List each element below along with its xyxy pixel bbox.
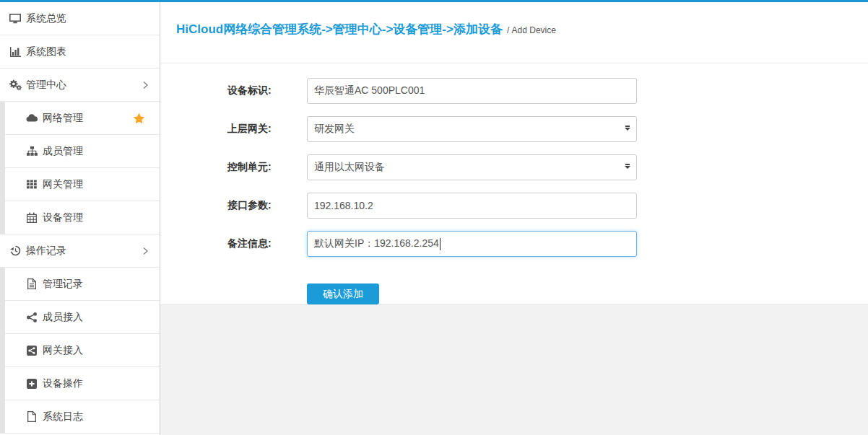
sidebar-item-label: 管理中心 <box>26 79 66 92</box>
sitemap-icon <box>25 146 39 156</box>
sidebar-item-system-logs[interactable]: 系统日志 <box>0 400 160 434</box>
upper-gateway-selected-value: 研发网关 <box>314 123 355 136</box>
form-row-control-unit: 控制单元: 通用以太网设备 <box>227 154 868 180</box>
sidebar: 系统总览 系统图表 <box>0 2 160 435</box>
chevron-right-icon <box>143 81 148 89</box>
sidebar-item-label: 网关管理 <box>43 178 83 191</box>
content-header: HiCloud网络综合管理系统->管理中心->设备管理->添加设备/ Add D… <box>160 2 868 63</box>
upper-gateway-select[interactable]: 研发网关 <box>307 116 637 142</box>
sidebar-item-member-management[interactable]: 成员管理 <box>0 135 160 168</box>
sidebar-item-label: 网关接入 <box>43 344 83 357</box>
sidebar-item-label: 网络管理 <box>43 112 83 125</box>
add-device-form: 设备标识: 上层网关: 研发网关 控制单元: 通用以太网 <box>160 63 868 304</box>
share-icon <box>25 312 39 322</box>
sidebar-item-operation-records[interactable]: 操作记录 <box>0 234 160 268</box>
form-row-interface-params: 接口参数: <box>227 193 868 219</box>
sidebar-item-label: 系统总览 <box>26 12 66 25</box>
sidebar-item-label: 系统日志 <box>43 410 83 423</box>
interface-params-label: 接口参数: <box>227 199 307 212</box>
sidebar-item-label: 设备管理 <box>43 211 83 224</box>
sidebar-item-label: 管理记录 <box>43 278 83 291</box>
bar-chart-icon <box>8 47 22 57</box>
sidebar-item-gateway-access[interactable]: 网关接入 <box>0 334 160 367</box>
plus-square-icon <box>25 379 39 389</box>
sidebar-item-label: 系统图表 <box>26 45 66 58</box>
share-square-icon <box>25 346 39 356</box>
sidebar-item-system-overview[interactable]: 系统总览 <box>0 2 160 35</box>
sidebar-item-label: 操作记录 <box>26 245 66 258</box>
file-text-icon <box>25 278 39 289</box>
sidebar-item-management-records[interactable]: 管理记录 <box>0 268 160 301</box>
control-unit-label: 控制单元: <box>227 161 307 174</box>
desktop-icon <box>8 14 22 24</box>
sidebar-item-device-management[interactable]: 设备管理 <box>0 201 160 234</box>
form-row-device-id: 设备标识: <box>227 78 868 104</box>
interface-params-input[interactable] <box>307 193 637 219</box>
breadcrumb: HiCloud网络综合管理系统->管理中心->设备管理->添加设备 <box>176 22 503 36</box>
chevron-right-icon <box>143 247 148 255</box>
sidebar-item-label: 成员接入 <box>43 311 83 324</box>
breadcrumb-subtitle: / Add Device <box>507 25 556 35</box>
sidebar-item-device-operations[interactable]: 设备操作 <box>0 367 160 400</box>
select-caret-icon <box>625 128 630 131</box>
sidebar-item-gateway-management[interactable]: 网关管理 <box>0 168 160 201</box>
sidebar-item-network-management[interactable]: 网络管理 <box>0 102 160 135</box>
remark-input[interactable]: 默认网关IP：192.168.2.254 <box>307 231 637 257</box>
star-icon[interactable] <box>133 113 145 124</box>
file-icon <box>25 411 39 422</box>
sidebar-item-label: 成员管理 <box>43 145 83 158</box>
upper-gateway-label: 上层网关: <box>227 123 307 136</box>
control-unit-selected-value: 通用以太网设备 <box>314 161 385 174</box>
content-background-panel <box>160 304 868 435</box>
history-icon <box>8 245 22 256</box>
sidebar-item-label: 设备操作 <box>43 377 83 390</box>
grid-icon <box>25 180 39 189</box>
sidebar-item-management-center[interactable]: 管理中心 <box>0 69 160 102</box>
app-window: 系统总览 系统图表 <box>0 2 868 435</box>
select-caret-icon <box>625 166 630 169</box>
sidebar-item-system-charts[interactable]: 系统图表 <box>0 35 160 69</box>
form-row-upper-gateway: 上层网关: 研发网关 <box>227 116 868 142</box>
sidebar-item-member-access[interactable]: 成员接入 <box>0 301 160 334</box>
form-row-remark: 备注信息: 默认网关IP：192.168.2.254 <box>227 231 868 257</box>
control-unit-select[interactable]: 通用以太网设备 <box>307 154 637 180</box>
confirm-add-button[interactable]: 确认添加 <box>307 284 379 304</box>
remark-label: 备注信息: <box>227 237 307 250</box>
main-content: HiCloud网络综合管理系统->管理中心->设备管理->添加设备/ Add D… <box>160 2 868 435</box>
remark-input-value: 默认网关IP：192.168.2.254 <box>314 237 439 250</box>
gears-icon <box>8 79 22 91</box>
device-id-label: 设备标识: <box>227 84 307 97</box>
text-cursor <box>440 238 440 250</box>
device-id-input[interactable] <box>307 78 637 104</box>
calendar-icon <box>25 212 39 223</box>
cloud-icon <box>25 114 39 122</box>
